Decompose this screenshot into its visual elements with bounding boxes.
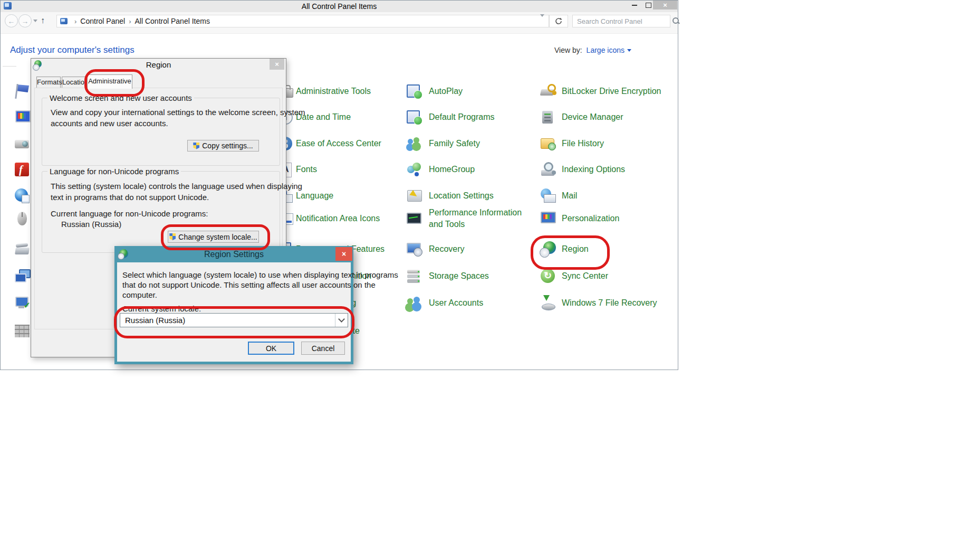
win7-recovery-icon <box>540 295 556 311</box>
computer-check-icon: ✓ <box>14 295 31 311</box>
brick-wall-icon <box>14 323 31 339</box>
recovery-icon <box>406 241 422 258</box>
phone-icon <box>14 241 31 258</box>
mail-icon <box>540 187 556 204</box>
region-icon <box>540 241 556 258</box>
cancel-button[interactable]: Cancel <box>301 342 345 355</box>
control-panel-item-label: AutoPlay <box>429 86 463 97</box>
uac-shield-icon <box>169 233 176 240</box>
sync-icon: ↻ <box>540 268 556 285</box>
welcome-screen-groupbox: Welcome screen and new user accounts Vie… <box>42 98 280 166</box>
control-panel-item-windows-7-file-recovery[interactable]: Windows 7 File Recovery <box>540 294 665 313</box>
region-settings-dialog: Region Settings × Select which language … <box>114 246 353 364</box>
indexing-icon <box>540 161 556 178</box>
control-panel-item-administrative-tools[interactable]: Administrative Tools <box>277 82 387 101</box>
control-panel-item-performance-information[interactable]: Performance Informationand Tools <box>406 209 532 228</box>
control-panel-item[interactable] <box>14 240 33 259</box>
location-icon <box>406 187 422 204</box>
system-locale-dropdown[interactable]: Russian (Russia) <box>120 313 348 327</box>
tab-administrative[interactable]: Administrative <box>87 74 132 89</box>
storage-icon <box>406 268 422 285</box>
control-panel-item-label: Family Safety <box>429 138 480 149</box>
control-panel-item-label: Administrative Tools <box>296 86 371 97</box>
control-panel-item-label: Region <box>562 243 589 255</box>
control-panel-item[interactable] <box>14 321 33 341</box>
control-panel-item[interactable] <box>14 267 33 286</box>
mouse-icon <box>14 210 31 227</box>
control-panel-item-location-settings[interactable]: Location Settings <box>406 186 507 205</box>
current-language-value: Russian (Russia) <box>61 219 121 230</box>
control-panel-item-device-manager[interactable]: Device Manager <box>540 108 627 127</box>
chevron-down-icon <box>338 316 345 323</box>
non-unicode-group-title: Language for non-Unicode programs <box>47 167 181 176</box>
control-panel-item[interactable] <box>14 186 33 205</box>
control-panel-item-label: Sync Center <box>562 270 608 282</box>
control-panel-item-label: Default Programs <box>429 111 495 123</box>
uac-shield-icon <box>193 143 199 149</box>
region-dialog-close-button[interactable]: × <box>270 59 284 70</box>
control-panel-item-mail[interactable]: Mail <box>540 186 585 205</box>
tab-location[interactable]: Location <box>62 77 86 88</box>
control-panel-item-label: HomeGroup <box>429 164 475 175</box>
control-panel-item-label: Location Settings <box>429 190 494 202</box>
non-unicode-text-line2: text in programs that do not support Uni… <box>51 192 209 203</box>
file-history-icon <box>540 135 556 152</box>
dropdown-button[interactable] <box>335 314 348 327</box>
control-panel-item[interactable] <box>14 209 33 228</box>
control-panel-item-label: File History <box>562 138 604 149</box>
region-dialog-title: Region <box>31 60 286 69</box>
control-panel-item-homegroup[interactable]: HomeGroup <box>406 160 473 179</box>
control-panel-item-personalization[interactable]: Personalization <box>540 209 631 228</box>
control-panel-item-sync-center[interactable]: ↻Sync Center <box>540 267 614 286</box>
control-panel-item-region[interactable]: Region <box>540 240 593 259</box>
control-panel-item[interactable]: f <box>14 160 33 179</box>
control-panel-item[interactable]: ✓ <box>14 294 33 313</box>
flash-icon: f <box>14 161 31 178</box>
region-dialog-titlebar: Region × <box>31 59 286 70</box>
copy-settings-button[interactable]: Copy settings... <box>187 140 259 152</box>
control-panel-item-user-accounts[interactable]: User Accounts <box>406 294 490 313</box>
system-locale-value: Russian (Russia) <box>120 316 335 325</box>
control-panel-item-label: Indexing Options <box>562 164 625 175</box>
control-panel-item-notification-area-icons[interactable]: Notification Area Icons <box>277 209 399 228</box>
change-system-locale-button[interactable]: Change system locale... <box>168 231 259 243</box>
flag-icon <box>14 83 31 100</box>
control-panel-item[interactable] <box>14 82 33 101</box>
control-panel-item-storage-spaces[interactable]: Storage Spaces <box>406 267 494 286</box>
control-panel-item-label: Device Manager <box>562 111 623 123</box>
homegroup-icon <box>406 161 422 178</box>
control-panel-item-autoplay[interactable]: ▶AutoPlay <box>406 82 469 101</box>
region-settings-title: Region Settings <box>114 250 353 259</box>
color-mgmt-icon <box>14 109 31 126</box>
control-panel-item[interactable] <box>14 134 33 153</box>
control-panel-item-label: Fonts <box>296 164 317 175</box>
globe-checklist-icon <box>14 187 31 204</box>
welcome-screen-text-line2: accounts and new user accounts. <box>51 118 168 129</box>
tab-formats[interactable]: Formats <box>36 77 61 88</box>
control-panel-item-indexing-options[interactable]: Indexing Options <box>540 160 636 179</box>
welcome-screen-text-line1: View and copy your international setting… <box>51 107 305 118</box>
control-panel-item-label: Personalization <box>562 213 619 224</box>
control-panel-item-ease-of-access-center[interactable]: Ease of Access Center <box>277 134 391 153</box>
control-panel-item-family-safety[interactable]: Family Safety <box>406 134 490 153</box>
control-panel-item-label: Mail <box>562 190 577 202</box>
control-panel-item-label: Language <box>296 190 333 202</box>
rs-text-line3: computer. <box>122 290 157 300</box>
control-panel-item-recovery[interactable]: Recovery <box>406 240 469 259</box>
ok-button[interactable]: OK <box>248 342 294 355</box>
current-system-locale-label: Current system locale: <box>122 304 201 313</box>
control-panel-item[interactable] <box>14 108 33 127</box>
non-unicode-groupbox: Language for non-Unicode programs This s… <box>42 171 280 253</box>
autoplay-icon: ▶ <box>406 83 422 100</box>
control-panel-item-label: Performance Informationand Tools <box>429 207 522 230</box>
bitlocker-icon <box>540 83 556 100</box>
region-settings-close-button[interactable]: × <box>335 247 352 261</box>
personalization-icon <box>540 210 556 227</box>
control-panel-item-file-history[interactable]: File History <box>540 134 619 153</box>
welcome-screen-group-title: Welcome screen and new user accounts <box>47 93 194 102</box>
control-panel-item-default-programs[interactable]: ✓Default Programs <box>406 108 503 127</box>
control-panel-item-label: Recovery <box>429 243 465 255</box>
default-programs-icon: ✓ <box>406 109 422 126</box>
control-panel-item-bitlocker-drive-encryption[interactable]: BitLocker Drive Encryption <box>540 82 678 101</box>
control-panel-item-label: Windows 7 File Recovery <box>562 297 657 309</box>
